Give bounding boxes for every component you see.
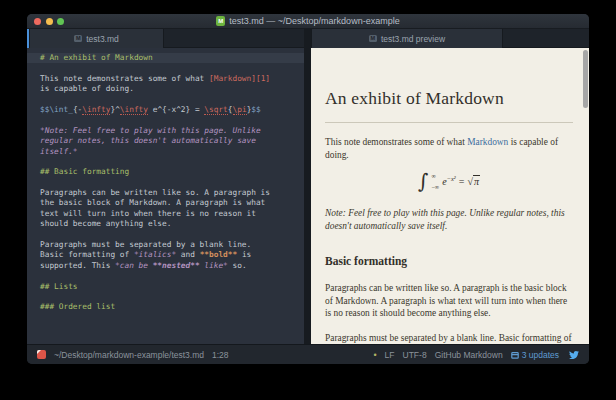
markdown-link[interactable]: Markdown bbox=[467, 137, 508, 147]
close-button[interactable] bbox=[34, 18, 41, 25]
zoom-button[interactable] bbox=[57, 18, 64, 25]
para1-text: This note demonstrates some of what bbox=[325, 137, 467, 147]
sqrt-expression: √π bbox=[467, 176, 480, 187]
window-title: M test3.md — ~/Desktop/markdown-example bbox=[216, 16, 399, 26]
math-base: e−x² bbox=[442, 175, 456, 187]
pi-symbol: π bbox=[473, 175, 480, 187]
editor-line[interactable] bbox=[40, 230, 304, 240]
app-window: M test3.md — ~/Desktop/markdown-example … bbox=[27, 14, 589, 364]
pane-divider[interactable] bbox=[304, 29, 311, 344]
editor-line[interactable]: ## Basic formatting bbox=[40, 167, 304, 177]
editor-line[interactable] bbox=[40, 292, 304, 302]
preview-tab-bar: M test3.md preview bbox=[311, 29, 589, 48]
preview-note: Note: Feel free to play with this page. … bbox=[325, 207, 573, 232]
integral-upper-limit: ∞ bbox=[431, 173, 439, 179]
grammar-indicator[interactable]: GitHub Markdown bbox=[435, 350, 503, 360]
integral-limits: ∞ −∞ bbox=[431, 171, 439, 191]
editor-line[interactable] bbox=[40, 271, 304, 281]
preview-paragraph-3: Paragraphs must be separated by a blank … bbox=[325, 332, 573, 345]
editor-line[interactable]: text will turn into when there is no rea… bbox=[40, 209, 304, 219]
editor-line[interactable]: regular notes, this doesn't automaticall… bbox=[40, 136, 304, 146]
editor-pane: M test3.md # An exhibit of Markdown This… bbox=[27, 29, 304, 344]
editor-line[interactable]: supported. This *can be **nested** like*… bbox=[40, 261, 304, 271]
editor-line[interactable]: This note demonstrates some of what [Mar… bbox=[40, 74, 304, 84]
tab-preview[interactable]: M test3.md preview bbox=[311, 29, 503, 48]
active-pane-accent bbox=[27, 29, 29, 48]
twitter-icon[interactable] bbox=[569, 350, 579, 360]
editor-line[interactable]: is capable of doing. bbox=[40, 84, 304, 94]
editor-line[interactable]: $$\int_{-\infty}^\infty e^{-x^2} = \sqrt… bbox=[40, 105, 304, 115]
equals-sign: = bbox=[459, 176, 465, 187]
editor-line[interactable]: should become anything else. bbox=[40, 219, 304, 229]
preview-content: An exhibit of Markdown This note demonst… bbox=[311, 48, 589, 344]
editor-lines[interactable]: # An exhibit of Markdown This note demon… bbox=[27, 48, 304, 344]
tab-editor[interactable]: M test3.md bbox=[29, 29, 164, 48]
editor-line[interactable] bbox=[40, 115, 304, 125]
editor-line[interactable] bbox=[40, 178, 304, 188]
traffic-lights bbox=[34, 18, 64, 25]
updates-button[interactable]: 3 updates bbox=[511, 350, 559, 360]
pending-dot-icon: • bbox=[373, 350, 376, 360]
editor-line[interactable] bbox=[40, 63, 304, 73]
cursor-position[interactable]: 1:28 bbox=[212, 350, 229, 360]
heading-rule bbox=[325, 122, 573, 123]
panes-container: M test3.md # An exhibit of Markdown This… bbox=[27, 29, 589, 344]
editor-line[interactable]: ## Lists bbox=[40, 282, 304, 292]
title-bar: M test3.md — ~/Desktop/markdown-example bbox=[27, 14, 589, 29]
editor-tab-bar: M test3.md bbox=[27, 29, 304, 48]
integral-symbol: ∫ bbox=[418, 171, 428, 191]
editor-line[interactable]: the basic block of Markdown. A paragraph… bbox=[40, 198, 304, 208]
markdown-file-icon: M bbox=[216, 16, 225, 26]
editor-line[interactable] bbox=[40, 95, 304, 105]
tab-preview-label: test3.md preview bbox=[381, 34, 445, 44]
preview-scrollbar-thumb[interactable] bbox=[583, 50, 588, 108]
package-icon bbox=[511, 351, 519, 359]
minimize-button[interactable] bbox=[46, 18, 53, 25]
preview-paragraph-1: This note demonstrates some of what Mark… bbox=[325, 136, 573, 161]
math-exponent: −x² bbox=[447, 175, 456, 182]
editor-line[interactable] bbox=[40, 157, 304, 167]
editor-line[interactable]: # An exhibit of Markdown bbox=[27, 53, 304, 63]
editor-line[interactable]: Basic formatting of *italics* and **bold… bbox=[40, 250, 304, 260]
preview-paragraph-2: Paragraphs can be written like so. A par… bbox=[325, 282, 573, 320]
preview-heading2: Basic formatting bbox=[325, 255, 573, 267]
modified-file-icon[interactable] bbox=[37, 350, 46, 359]
integral-lower-limit: −∞ bbox=[431, 184, 439, 190]
window-title-text: test3.md — ~/Desktop/markdown-example bbox=[229, 16, 399, 26]
editor-line[interactable]: Paragraphs can be written like so. A par… bbox=[40, 188, 304, 198]
editor-line[interactable]: itself.* bbox=[40, 147, 304, 157]
markdown-icon: M bbox=[369, 35, 377, 42]
preview-heading1: An exhibit of Markdown bbox=[325, 88, 573, 109]
updates-label: 3 updates bbox=[522, 350, 559, 360]
editor-line[interactable]: ### Ordered list bbox=[40, 302, 304, 312]
math-block: ∫ ∞ −∞ e−x² = √π bbox=[325, 168, 573, 194]
tab-editor-label: test3.md bbox=[86, 34, 119, 44]
status-file-path[interactable]: ~/Desktop/markdown-example/test3.md bbox=[54, 350, 204, 360]
markdown-icon: M bbox=[74, 35, 82, 42]
status-bar: ~/Desktop/markdown-example/test3.md 1:28… bbox=[27, 344, 589, 364]
editor-line[interactable]: Paragraphs must be separated by a blank … bbox=[40, 240, 304, 250]
editor-line[interactable]: *Note: Feel free to play with this page.… bbox=[40, 126, 304, 136]
line-ending-indicator[interactable]: LF bbox=[385, 350, 395, 360]
preview-pane: M test3.md preview An exhibit of Markdow… bbox=[311, 29, 589, 344]
encoding-indicator[interactable]: UTF-8 bbox=[403, 350, 427, 360]
